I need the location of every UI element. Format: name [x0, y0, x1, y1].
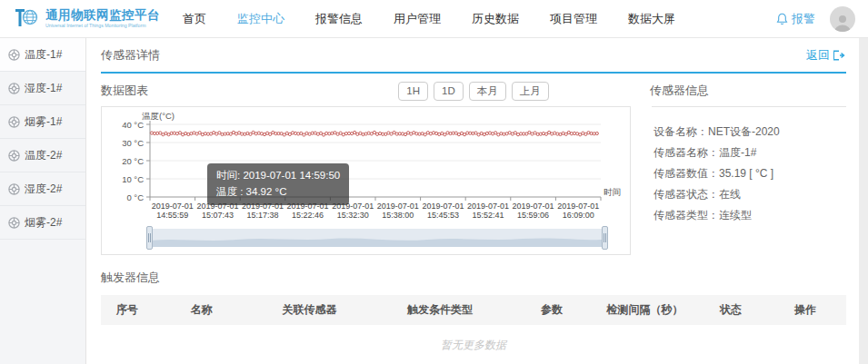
info-row-2: 传感器数值： 35.19 [ °C ] [653, 163, 846, 184]
sensor-icon [8, 83, 20, 94]
svg-text:20 °C: 20 °C [122, 156, 144, 166]
person-icon [833, 12, 853, 32]
range-button-本月[interactable]: 本月 [469, 82, 506, 101]
tooltip-value: 温度 : 34.92 °C [216, 184, 340, 201]
table-header-0: 序号 [101, 295, 153, 325]
svg-text:2019-07-0116:09:00: 2019-07-0116:09:00 [557, 202, 599, 220]
sidebar-item-1[interactable]: 湿度-1# [0, 72, 85, 105]
table-header-3: 触发条件类型 [369, 295, 511, 325]
table-header-2: 关联传感器 [250, 295, 369, 325]
table-header-4: 参数 [511, 295, 593, 325]
sidebar-item-label: 湿度-1# [25, 81, 62, 96]
svg-text:0 °C: 0 °C [126, 192, 144, 202]
brush-handle-left[interactable] [146, 226, 153, 250]
info-row-4: 传感器类型： 连续型 [653, 205, 846, 226]
main-nav: 首页监控中心报警信息用户管理历史数据项目管理数据大屏 [183, 11, 675, 27]
sidebar-item-0[interactable]: 温度-1# [0, 38, 85, 72]
back-link[interactable]: 返回 [806, 47, 846, 64]
info-label: 设备名称： [653, 122, 708, 143]
tooltip-time: 时间: 2019-07-01 14:59:50 [216, 168, 340, 184]
info-label: 传感器名称： [653, 143, 719, 163]
chart-section-label: 数据图表 [101, 83, 148, 99]
sidebar-item-5[interactable]: 烟雾-2# [0, 206, 85, 240]
svg-text:2019-07-0115:52:41: 2019-07-0115:52:41 [467, 202, 509, 220]
svg-text:2019-07-0115:45:53: 2019-07-0115:45:53 [422, 202, 464, 220]
table-header-7: 操作 [764, 295, 846, 325]
trigger-title: 触发器信息 [101, 270, 846, 286]
info-value: 在线 [719, 184, 741, 205]
sensor-icon [8, 217, 20, 229]
alarm-label: 报警 [792, 11, 815, 27]
table-header-6: 状态 [697, 295, 764, 325]
sidebar-item-label: 温度-2# [25, 148, 62, 163]
brush-handle-right[interactable] [602, 226, 608, 250]
brush-wave [150, 229, 604, 247]
nav-item-4[interactable]: 历史数据 [472, 11, 519, 27]
info-label: 传感器类型： [653, 205, 719, 226]
info-value: 温度-1# [719, 143, 756, 163]
nav-item-0[interactable]: 首页 [183, 11, 206, 27]
info-label: 传感器数值： [653, 163, 719, 184]
trigger-section: 触发器信息 序号名称关联传感器触发条件类型参数检测间隔（秒）状态操作 暂无更多数… [101, 270, 846, 364]
nav-item-6[interactable]: 数据大屏 [628, 11, 675, 27]
app-logo: 通用物联网监控平台 Universal Internet of Things M… [13, 5, 163, 33]
range-button-1D[interactable]: 1D [434, 82, 464, 101]
bell-icon [776, 13, 788, 25]
sensor-info-panel: 设备名称： NET设备-2020传感器名称： 温度-1#传感器数值： 35.19… [652, 106, 846, 255]
sensor-icon [8, 150, 20, 162]
info-row-3: 传感器状态： 在线 [653, 184, 846, 205]
sidebar-item-2[interactable]: 烟雾-1# [0, 105, 85, 139]
svg-text:30 °C: 30 °C [122, 138, 144, 148]
nav-item-3[interactable]: 用户管理 [394, 11, 441, 27]
range-button-上月[interactable]: 上月 [512, 82, 549, 101]
range-button-group: 1H1D本月上月 [398, 82, 548, 101]
info-value: NET设备-2020 [708, 122, 780, 143]
nav-item-1[interactable]: 监控中心 [237, 11, 284, 27]
back-label: 返回 [806, 47, 830, 64]
svg-text:2019-07-0114:55:59: 2019-07-0114:55:59 [152, 202, 194, 220]
trigger-table: 序号名称关联传感器触发条件类型参数检测间隔（秒）状态操作 [101, 295, 846, 325]
nav-item-5[interactable]: 项目管理 [550, 11, 597, 27]
table-header-1: 名称 [153, 295, 250, 325]
user-avatar[interactable] [830, 6, 855, 32]
info-row-0: 设备名称： NET设备-2020 [653, 122, 846, 143]
app-title: 通用物联网监控平台 [45, 9, 160, 23]
temperature-chart[interactable]: 0 °C10 °C20 °C30 °C40 °C温度(°C)2019-07-01… [107, 113, 621, 223]
table-header-5: 检测间隔（秒） [593, 295, 697, 325]
sensor-icon [8, 116, 20, 128]
page-title: 传感器详情 [101, 47, 160, 64]
sidebar-item-label: 湿度-2# [25, 182, 62, 197]
sidebar-item-label: 烟雾-2# [25, 215, 62, 231]
sensor-icon [8, 183, 20, 195]
chart-box: 0 °C10 °C20 °C30 °C40 °C温度(°C)2019-07-01… [101, 106, 631, 255]
empty-data-text: 暂无更多数据 [101, 325, 846, 364]
app-subtitle: Universal Internet of Things Monitoring … [45, 23, 155, 28]
svg-text:40 °C: 40 °C [122, 120, 144, 130]
info-value: 连续型 [719, 205, 752, 226]
svg-text:时间: 时间 [604, 187, 621, 197]
sidebar-item-label: 温度-1# [25, 47, 62, 63]
top-header: 通用物联网监控平台 Universal Internet of Things M… [0, 0, 868, 38]
svg-text:10 °C: 10 °C [122, 174, 144, 184]
alarm-link[interactable]: 报警 [776, 11, 815, 27]
chart-tooltip: 时间: 2019-07-01 14:59:50 温度 : 34.92 °C [207, 163, 349, 205]
info-value: 35.19 [ °C ] [719, 163, 773, 184]
svg-text:2019-07-0115:38:00: 2019-07-0115:38:00 [377, 202, 419, 220]
exit-arrow-icon [833, 50, 846, 61]
info-row-1: 传感器名称： 温度-1# [653, 143, 846, 163]
sensor-info-title: 传感器信息 [650, 83, 709, 99]
sensor-detail-panel: 传感器详情 返回 数据图表 1H1D本月上月 传感器信息 0 °C10 °C20… [86, 38, 859, 364]
svg-text:温度(°C): 温度(°C) [142, 113, 175, 121]
svg-text:2019-07-0115:59:06: 2019-07-0115:59:06 [513, 202, 554, 220]
sensor-icon [8, 49, 20, 61]
range-button-1H[interactable]: 1H [398, 82, 428, 101]
sidebar-item-4[interactable]: 湿度-2# [0, 172, 85, 206]
info-label: 传感器状态： [653, 184, 719, 205]
sidebar-item-label: 烟雾-1# [25, 114, 62, 130]
chart-brush[interactable] [150, 229, 604, 247]
sensor-sidebar: 温度-1#湿度-1#烟雾-1#温度-2#湿度-2#烟雾-2# [0, 38, 86, 364]
logo-globe-icon [13, 5, 40, 33]
nav-item-2[interactable]: 报警信息 [315, 11, 363, 27]
sidebar-item-3[interactable]: 温度-2# [0, 139, 85, 172]
